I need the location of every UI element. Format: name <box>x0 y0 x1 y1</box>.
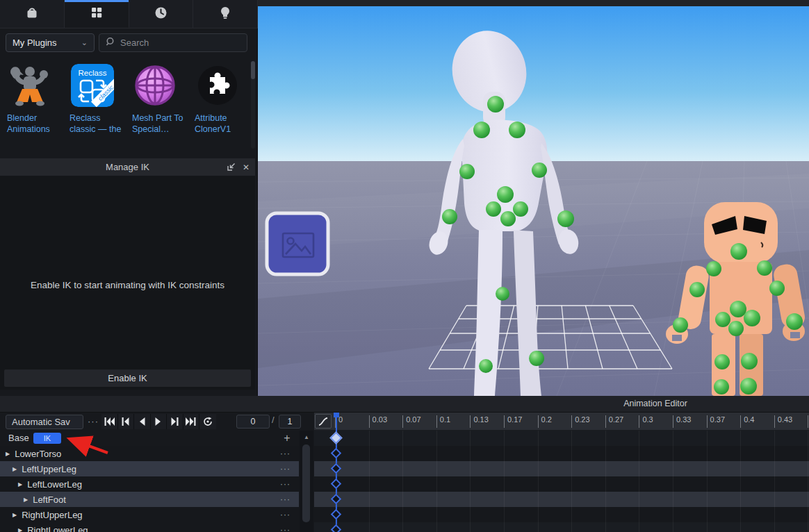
close-icon[interactable]: ✕ <box>243 163 250 172</box>
plugin-grid: Blender Animations classic <box>0 61 250 153</box>
transport-controls <box>101 414 216 429</box>
tab-suggestions[interactable] <box>193 0 258 28</box>
plugin-panel: My Plugins ⌄ Blender A <box>0 0 258 396</box>
plugin-label: Attribute ClonerV1 <box>195 113 250 135</box>
ruler-tick: 0.07 <box>402 415 420 428</box>
plugin-filter-row: My Plugins ⌄ <box>0 31 258 56</box>
current-frame-input[interactable]: 0 <box>236 415 270 429</box>
tab-marketplace[interactable] <box>0 0 65 28</box>
search-input[interactable] <box>120 38 231 48</box>
plugin-label: Blender Animations <box>7 113 63 135</box>
track-label: RightUpperLeg <box>22 510 82 520</box>
animation-editor-titlebar: Animation Editor <box>0 396 809 413</box>
decal-placeholder[interactable] <box>267 213 328 274</box>
track-label: LeftUpperLeg <box>22 464 76 474</box>
ruler-tick: 0.13 <box>470 415 488 428</box>
mesh-globe-icon <box>133 64 177 107</box>
ruler-tick: 0.03 <box>369 415 387 428</box>
manage-ik-panel: Manage IK ✕ Enable IK to start animating… <box>0 158 255 390</box>
plugin-search-box[interactable] <box>99 33 247 52</box>
dock-icon[interactable] <box>227 161 236 174</box>
ruler-tick: 0.3 <box>639 415 653 428</box>
reclass-badge-title: Reclass <box>79 69 107 77</box>
tab-my-plugins[interactable] <box>65 0 129 28</box>
ruler-tick: 0.4 <box>740 415 754 428</box>
track-label: LeftLowerLeg <box>27 479 82 490</box>
ruler-tick: 0.2 <box>538 415 552 428</box>
track-menu-button[interactable]: ··· <box>280 449 291 458</box>
tab-recent[interactable] <box>129 0 194 28</box>
scroll-up-icon[interactable]: ▲ <box>300 431 313 443</box>
timeline-track-area[interactable] <box>314 431 809 532</box>
expander-icon[interactable]: ▶ <box>24 497 28 503</box>
plugin-tabbar <box>0 0 258 28</box>
next-keyframe-button[interactable] <box>167 414 183 429</box>
total-frames-input[interactable]: 1 <box>279 415 301 429</box>
timeline-gridlines <box>314 431 809 532</box>
plugin-scrollbar[interactable] <box>251 61 255 149</box>
ruler-tick: 0.33 <box>673 415 691 428</box>
plugins-filter-dropdown[interactable]: My Plugins ⌄ <box>6 33 95 52</box>
track-row-leftfoot[interactable]: ▶ LeftFoot ··· <box>0 492 299 507</box>
track-row-leftupperleg[interactable]: ▶ LeftUpperLeg ··· <box>0 461 299 476</box>
track-row-rightupperleg[interactable]: ▶ RightUpperLeg ··· <box>0 507 299 522</box>
plugin-label: Mesh Part To Special… <box>132 113 188 135</box>
grid-icon <box>90 6 104 22</box>
track-list: ▶ LowerTorso ··· ▶ LeftUpperLeg ··· ▶ Le… <box>0 446 299 532</box>
blender-animations-icon <box>8 64 51 107</box>
track-list-header: Base IK + <box>0 431 299 446</box>
overflow-menu-button[interactable]: ··· <box>86 414 100 429</box>
ruler-tick: 0.27 <box>605 415 623 428</box>
curve-editor-button[interactable] <box>315 414 332 429</box>
track-menu-button[interactable]: ··· <box>280 464 291 474</box>
expander-icon[interactable]: ▶ <box>6 451 10 457</box>
plugin-card-attribute-cloner[interactable]: Attribute ClonerV1 <box>195 61 250 153</box>
expander-icon[interactable]: ▶ <box>13 512 17 518</box>
animation-editor-panel: Animation Editor Automatic Sav ··· <box>0 396 809 532</box>
track-menu-button[interactable]: ··· <box>280 510 291 519</box>
track-menu-button[interactable]: ··· <box>280 525 291 532</box>
track-row-rightlowerleg[interactable]: ▶ RightLowerLeg ··· <box>0 522 299 532</box>
autosave-dropdown[interactable]: Automatic Sav <box>6 415 83 429</box>
plugins-filter-value: My Plugins <box>13 38 57 48</box>
go-to-end-button[interactable] <box>183 414 200 429</box>
manage-ik-title: Manage IK <box>0 162 255 172</box>
previous-keyframe-button[interactable] <box>118 414 135 429</box>
manage-ik-message: Enable IK to start animating with IK con… <box>0 280 255 290</box>
plugin-card-reclass[interactable]: classic Reclass Reclass classic — the <box>70 61 125 153</box>
playback-controls-row: Automatic Sav ··· 0 <box>0 413 314 431</box>
3d-viewport[interactable] <box>258 0 809 396</box>
expander-icon[interactable]: ▶ <box>18 481 22 488</box>
go-to-start-button[interactable] <box>101 414 118 429</box>
ruler-tick: 0.43 <box>774 415 792 428</box>
manage-ik-header: Manage IK ✕ <box>0 158 255 176</box>
ruler-tick: 0.17 <box>504 415 522 428</box>
plugin-card-mesh-part[interactable]: Mesh Part To Special… <box>132 61 188 153</box>
play-button[interactable] <box>151 414 167 429</box>
chevron-down-icon: ⌄ <box>81 38 88 47</box>
add-track-button[interactable]: + <box>280 431 294 445</box>
ik-toggle-button[interactable]: IK <box>33 433 61 444</box>
scrollbar-thumb[interactable] <box>302 444 310 522</box>
timeline-ruler[interactable]: 0 0.03 0.07 0.1 0.13 0.17 0.2 0.23 0.27 … <box>314 413 809 431</box>
playhead-handle[interactable] <box>334 413 339 417</box>
loop-toggle-button[interactable] <box>199 414 216 429</box>
track-row-lowertorso[interactable]: ▶ LowerTorso ··· <box>0 446 299 461</box>
plugin-card-blender-animations[interactable]: Blender Animations <box>7 61 63 153</box>
expander-icon[interactable]: ▶ <box>13 466 17 472</box>
frame-separator: / <box>272 415 275 425</box>
expander-icon[interactable]: ▶ <box>18 527 22 532</box>
enable-ik-button[interactable]: Enable IK <box>4 369 251 387</box>
search-icon <box>105 37 115 49</box>
animation-editor-title: Animation Editor <box>502 399 808 408</box>
track-scrollbar[interactable]: ▲ <box>300 431 313 532</box>
ruler-tick: 0.37 <box>707 415 725 428</box>
track-menu-button[interactable]: ··· <box>280 494 291 504</box>
reclass-icon: classic Reclass <box>71 64 114 107</box>
track-menu-button[interactable]: ··· <box>280 479 291 489</box>
play-reverse-button[interactable] <box>134 414 151 429</box>
track-row-leftlowerleg[interactable]: ▶ LeftLowerLeg ··· <box>0 476 299 492</box>
track-label: LeftFoot <box>33 494 66 505</box>
lightbulb-icon <box>218 6 232 23</box>
clock-icon <box>154 6 168 23</box>
